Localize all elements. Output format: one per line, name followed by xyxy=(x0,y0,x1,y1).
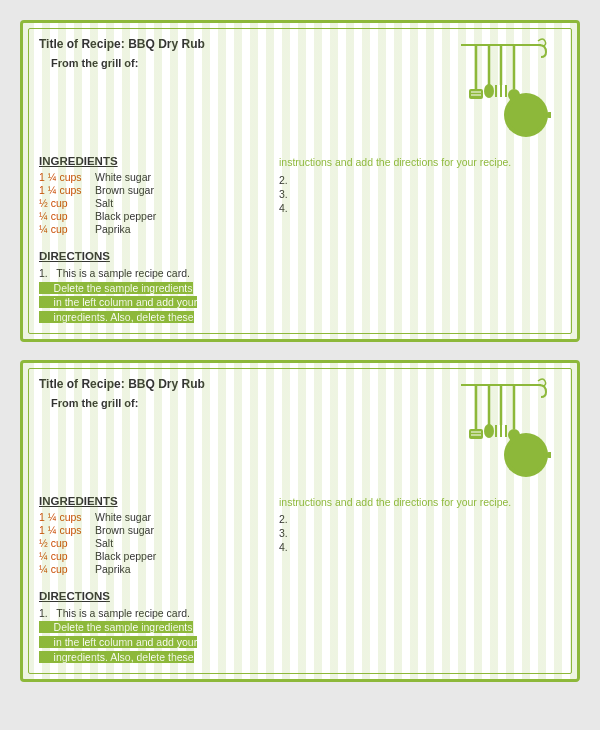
ingredient-name: Brown sugar xyxy=(95,524,154,536)
ingredient-name: Brown sugar xyxy=(95,184,154,196)
title-section: Title of Recipe: BBQ Dry Rub From the gr… xyxy=(39,37,431,69)
recipe-title: Title of Recipe: BBQ Dry Rub xyxy=(39,377,431,391)
ingredient-row: 1 ¼ cups Brown sugar xyxy=(39,184,269,196)
svg-point-14 xyxy=(508,97,544,133)
recipe-title: Title of Recipe: BBQ Dry Rub xyxy=(39,37,431,51)
directions-normal-text: 1. This is a sample recipe card. xyxy=(39,607,190,619)
svg-rect-2 xyxy=(469,89,483,99)
card-header: Title of Recipe: BBQ Dry Rub From the gr… xyxy=(39,37,561,147)
instructions-numbers: 2. 3. 4. xyxy=(279,513,561,553)
ingredients-label: INGREDIENTS xyxy=(39,155,269,167)
ingredient-amount: ½ cup xyxy=(39,197,89,209)
instruction-number: 4. xyxy=(279,541,561,553)
ingredient-row: 1 ¼ cups White sugar xyxy=(39,171,269,183)
svg-point-30 xyxy=(508,437,544,473)
ingredient-amount: ¼ cup xyxy=(39,563,89,575)
directions-label: DIRECTIONS xyxy=(39,590,561,602)
ingredient-row: ¼ cup Paprika xyxy=(39,563,269,575)
ingredient-row: 1 ¼ cups White sugar xyxy=(39,511,269,523)
ingredient-row: ¼ cup Paprika xyxy=(39,223,269,235)
ingredient-amount: ¼ cup xyxy=(39,550,89,562)
card-body: INGREDIENTS 1 ¼ cups White sugar 1 ¼ cup… xyxy=(39,155,561,236)
ingredient-row: ½ cup Salt xyxy=(39,197,269,209)
ingredient-amount: ¼ cup xyxy=(39,223,89,235)
ingredient-amount: ¼ cup xyxy=(39,210,89,222)
directions-text: 1. This is a sample recipe card. Delete … xyxy=(39,606,197,665)
directions-highlighted-text: Delete the sample ingredients in the lef… xyxy=(39,621,197,662)
svg-point-6 xyxy=(484,84,494,98)
ingredient-name: Black pepper xyxy=(95,210,156,222)
ingredient-row: ¼ cup Black pepper xyxy=(39,550,269,562)
ingredient-name: Paprika xyxy=(95,563,131,575)
instruction-number: 4. xyxy=(279,202,561,214)
ingredient-amount: 1 ¼ cups xyxy=(39,184,89,196)
directions-normal-text: 1. This is a sample recipe card. xyxy=(39,267,190,279)
card-2: Title of Recipe: BBQ Dry Rub From the gr… xyxy=(20,360,580,682)
instructions-section: instructions and add the directions for … xyxy=(279,495,561,576)
instructions-prompt: instructions and add the directions for … xyxy=(279,495,561,510)
ingredient-name: Black pepper xyxy=(95,550,156,562)
directions-content: 1. This is a sample recipe card. Delete … xyxy=(39,266,561,325)
from-grill: From the grill of: xyxy=(51,57,431,69)
card-body: INGREDIENTS 1 ¼ cups White sugar 1 ¼ cup… xyxy=(39,495,561,576)
instruction-number: 2. xyxy=(279,174,561,186)
title-section: Title of Recipe: BBQ Dry Rub From the gr… xyxy=(39,377,431,409)
instructions-numbers: 2. 3. 4. xyxy=(279,174,561,214)
ingredient-amount: 1 ¼ cups xyxy=(39,511,89,523)
ingredient-row: 1 ¼ cups Brown sugar xyxy=(39,524,269,536)
svg-point-22 xyxy=(484,424,494,438)
instruction-number: 3. xyxy=(279,527,561,539)
ingredient-name: Salt xyxy=(95,197,113,209)
ingredient-amount: ½ cup xyxy=(39,537,89,549)
instruction-number: 3. xyxy=(279,188,561,200)
ingredient-name: White sugar xyxy=(95,171,151,183)
ingredients-label: INGREDIENTS xyxy=(39,495,269,507)
ingredient-row: ½ cup Salt xyxy=(39,537,269,549)
ingredient-row: ¼ cup Black pepper xyxy=(39,210,269,222)
instructions-prompt: instructions and add the directions for … xyxy=(279,155,561,170)
card-header: Title of Recipe: BBQ Dry Rub From the gr… xyxy=(39,377,561,487)
instruction-number: 2. xyxy=(279,513,561,525)
card-1: Title of Recipe: BBQ Dry Rub From the gr… xyxy=(20,20,580,342)
svg-rect-18 xyxy=(469,429,483,439)
directions-section: DIRECTIONS 1. This is a sample recipe ca… xyxy=(39,590,561,665)
directions-section: DIRECTIONS 1. This is a sample recipe ca… xyxy=(39,250,561,325)
ingredients-section: INGREDIENTS 1 ¼ cups White sugar 1 ¼ cup… xyxy=(39,155,269,236)
directions-label: DIRECTIONS xyxy=(39,250,561,262)
ingredient-name: White sugar xyxy=(95,511,151,523)
directions-text: 1. This is a sample recipe card. Delete … xyxy=(39,266,197,325)
ingredient-name: Paprika xyxy=(95,223,131,235)
directions-content: 1. This is a sample recipe card. Delete … xyxy=(39,606,561,665)
directions-highlighted-text: Delete the sample ingredients in the lef… xyxy=(39,282,197,323)
instructions-section: instructions and add the directions for … xyxy=(279,155,561,236)
ingredient-name: Salt xyxy=(95,537,113,549)
ingredients-section: INGREDIENTS 1 ¼ cups White sugar 1 ¼ cup… xyxy=(39,495,269,576)
ingredient-amount: 1 ¼ cups xyxy=(39,524,89,536)
utensils-decoration xyxy=(431,377,561,487)
utensils-decoration xyxy=(431,37,561,147)
from-grill: From the grill of: xyxy=(51,397,431,409)
ingredient-amount: 1 ¼ cups xyxy=(39,171,89,183)
